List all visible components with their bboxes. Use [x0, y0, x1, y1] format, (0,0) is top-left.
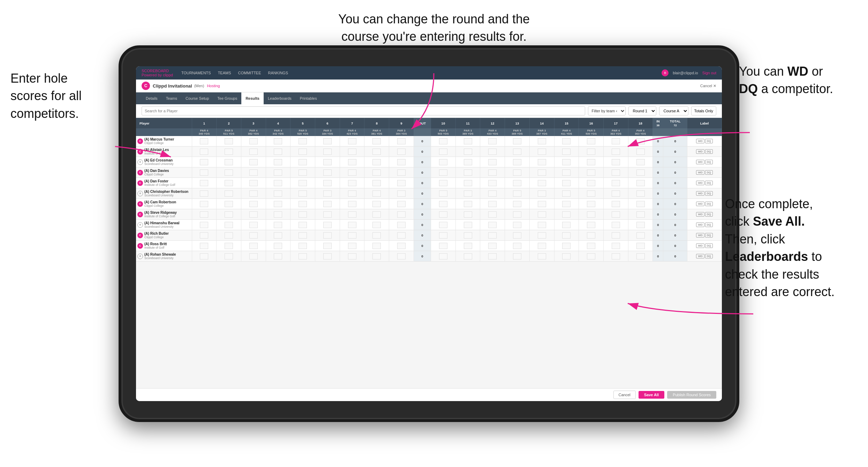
- score-cell-h4[interactable]: [266, 157, 290, 167]
- score-cell-h15[interactable]: [554, 199, 579, 209]
- score-cell-h9[interactable]: [389, 178, 414, 188]
- score-input-h5[interactable]: [299, 243, 307, 249]
- score-cell-h17[interactable]: [603, 209, 628, 220]
- score-cell-h8[interactable]: [364, 230, 389, 241]
- dq-button[interactable]: DQ: [705, 149, 713, 154]
- score-input-h10[interactable]: [439, 159, 447, 165]
- score-cell-h6[interactable]: [315, 209, 340, 220]
- score-cell-h15[interactable]: [554, 146, 579, 157]
- score-cell-h10[interactable]: [431, 251, 456, 262]
- score-input-h17[interactable]: [612, 180, 620, 186]
- score-input-h7[interactable]: [348, 190, 356, 197]
- score-input-h17[interactable]: [612, 190, 620, 197]
- score-input-h3[interactable]: [249, 222, 258, 228]
- score-cell-h10[interactable]: [431, 188, 456, 199]
- score-input-h6[interactable]: [323, 232, 332, 239]
- score-input-h8[interactable]: [372, 170, 381, 176]
- score-input-h12[interactable]: [488, 190, 497, 197]
- score-cell-h12[interactable]: [480, 199, 505, 209]
- score-input-h11[interactable]: [464, 190, 472, 197]
- score-input-h4[interactable]: [274, 180, 282, 186]
- score-input-h10[interactable]: [439, 243, 447, 249]
- score-input-h7[interactable]: [348, 253, 356, 259]
- score-cell-h10[interactable]: [431, 146, 456, 157]
- score-cell-h2[interactable]: [217, 188, 241, 199]
- score-cell-h6[interactable]: [315, 178, 340, 188]
- score-input-h16[interactable]: [587, 190, 595, 197]
- score-cell-h4[interactable]: [266, 251, 290, 262]
- score-input-h17[interactable]: [612, 138, 620, 144]
- score-cell-h12[interactable]: [480, 146, 505, 157]
- wd-button[interactable]: WD: [696, 202, 704, 206]
- dq-button[interactable]: DQ: [705, 191, 713, 196]
- score-input-h15[interactable]: [562, 180, 571, 186]
- score-cell-h8[interactable]: [364, 220, 389, 230]
- score-cell-h14[interactable]: [529, 136, 554, 146]
- score-cell-h15[interactable]: [554, 251, 579, 262]
- score-input-h17[interactable]: [612, 159, 620, 165]
- score-cell-h16[interactable]: [579, 209, 604, 220]
- score-input-h11[interactable]: [464, 170, 472, 176]
- score-cell-h1[interactable]: [192, 146, 217, 157]
- score-cell-h17[interactable]: [603, 167, 628, 178]
- score-input-h17[interactable]: [612, 222, 620, 228]
- score-cell-h12[interactable]: [480, 230, 505, 241]
- score-cell-h16[interactable]: [579, 230, 604, 241]
- wd-button[interactable]: WD: [696, 233, 704, 238]
- nav-tournaments[interactable]: TOURNAMENTS: [181, 71, 211, 75]
- score-input-h12[interactable]: [488, 201, 497, 207]
- score-cell-h12[interactable]: [480, 178, 505, 188]
- score-cell-h10[interactable]: [431, 136, 456, 146]
- score-input-h12[interactable]: [488, 222, 497, 228]
- score-cell-h14[interactable]: [529, 220, 554, 230]
- score-cell-h18[interactable]: [628, 241, 653, 251]
- score-cell-h14[interactable]: [529, 157, 554, 167]
- dq-button[interactable]: DQ: [705, 243, 713, 248]
- dq-button[interactable]: DQ: [705, 170, 713, 175]
- score-input-h2[interactable]: [225, 190, 233, 197]
- score-input-h13[interactable]: [513, 170, 521, 176]
- score-cell-h12[interactable]: [480, 157, 505, 167]
- score-input-h17[interactable]: [612, 211, 620, 218]
- score-input-h10[interactable]: [439, 190, 447, 197]
- tab-details[interactable]: Details: [142, 92, 162, 104]
- score-cell-h1[interactable]: [192, 178, 217, 188]
- score-input-h2[interactable]: [225, 201, 233, 207]
- score-cell-h6[interactable]: [315, 188, 340, 199]
- score-input-h12[interactable]: [488, 170, 497, 176]
- score-input-h18[interactable]: [636, 232, 645, 239]
- score-cell-h9[interactable]: [389, 136, 414, 146]
- score-cell-h5[interactable]: [290, 209, 315, 220]
- score-input-h13[interactable]: [513, 159, 521, 165]
- score-cell-h18[interactable]: [628, 230, 653, 241]
- score-cell-h2[interactable]: [217, 157, 241, 167]
- score-cell-h17[interactable]: [603, 241, 628, 251]
- score-cell-h4[interactable]: [266, 136, 290, 146]
- score-input-h5[interactable]: [299, 232, 307, 239]
- score-cell-h9[interactable]: [389, 188, 414, 199]
- score-cell-h11[interactable]: [455, 241, 480, 251]
- score-cell-h14[interactable]: [529, 188, 554, 199]
- score-input-h16[interactable]: [587, 159, 595, 165]
- score-input-h6[interactable]: [323, 180, 332, 186]
- score-cell-h18[interactable]: [628, 167, 653, 178]
- score-cell-h15[interactable]: [554, 167, 579, 178]
- score-cell-h9[interactable]: [389, 241, 414, 251]
- score-input-h1[interactable]: [200, 170, 208, 176]
- score-input-h15[interactable]: [562, 138, 571, 144]
- tab-teams[interactable]: Teams: [162, 92, 181, 104]
- score-input-h9[interactable]: [397, 211, 406, 218]
- score-input-h7[interactable]: [348, 211, 356, 218]
- score-input-h8[interactable]: [372, 243, 381, 249]
- score-input-h16[interactable]: [587, 222, 595, 228]
- score-cell-h8[interactable]: [364, 188, 389, 199]
- score-input-h6[interactable]: [323, 222, 332, 228]
- score-cell-h6[interactable]: [315, 251, 340, 262]
- course-select[interactable]: Course A: [659, 106, 688, 115]
- score-input-h9[interactable]: [397, 232, 406, 239]
- score-input-h5[interactable]: [299, 190, 307, 197]
- score-cell-h15[interactable]: [554, 209, 579, 220]
- score-input-h18[interactable]: [636, 222, 645, 228]
- wd-button[interactable]: WD: [696, 223, 704, 227]
- score-input-h16[interactable]: [587, 180, 595, 186]
